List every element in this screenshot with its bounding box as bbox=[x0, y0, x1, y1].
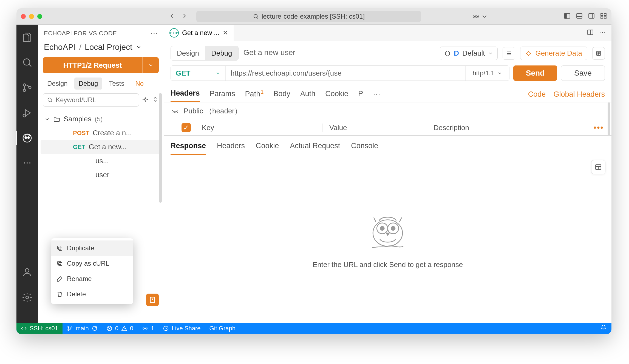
generate-data-button[interactable]: Generate Data bbox=[520, 47, 587, 60]
ctx-rename[interactable]: Rename bbox=[51, 271, 133, 286]
status-branch[interactable]: main bbox=[63, 323, 102, 334]
vscode-window: lecture-code-examples [SSH: cs01] ⋯ bbox=[16, 8, 611, 334]
project-breadcrumb[interactable]: EchoAPI / Local Project bbox=[38, 40, 164, 56]
scrollbar[interactable] bbox=[608, 102, 610, 135]
panel-bottom-icon[interactable] bbox=[576, 12, 583, 21]
help-button[interactable] bbox=[146, 294, 159, 306]
svg-rect-6 bbox=[565, 13, 566, 18]
status-bell[interactable] bbox=[596, 325, 611, 332]
svg-point-40 bbox=[71, 327, 72, 328]
svg-point-20 bbox=[28, 137, 30, 139]
close-tab-icon[interactable]: ✕ bbox=[223, 29, 228, 37]
chevron-down-icon bbox=[497, 71, 502, 76]
tab-notice[interactable]: No bbox=[131, 78, 148, 90]
copy-icon bbox=[56, 260, 63, 267]
copilot-icon[interactable] bbox=[472, 13, 488, 20]
status-remote[interactable]: SSH: cs01 bbox=[16, 323, 63, 334]
resp-tab-response[interactable]: Response bbox=[171, 139, 206, 155]
account-icon[interactable] bbox=[22, 267, 33, 279]
status-problems[interactable]: 0 0 bbox=[102, 323, 138, 334]
panel-left-icon[interactable] bbox=[564, 12, 571, 21]
context-menu: Duplicate Copy as cURL Rename Delete bbox=[51, 238, 133, 304]
nav-forward-icon[interactable] bbox=[181, 12, 188, 21]
url-input[interactable]: https://rest.echoapi.com/users/{use bbox=[226, 66, 465, 81]
resp-tab-headers[interactable]: Headers bbox=[217, 139, 245, 155]
new-request-button[interactable]: HTTP1/2 Request bbox=[43, 57, 142, 73]
code-link[interactable]: Code bbox=[528, 90, 546, 99]
request-item[interactable]: user bbox=[41, 168, 161, 182]
seg-debug[interactable]: Debug bbox=[205, 46, 238, 60]
close-window[interactable] bbox=[21, 14, 26, 19]
public-header-toggle[interactable]: Public （header） bbox=[164, 102, 611, 120]
svg-point-15 bbox=[23, 89, 25, 91]
ctx-copy-curl[interactable]: Copy as cURL bbox=[51, 256, 133, 271]
send-button[interactable]: Send bbox=[513, 65, 557, 81]
tab-pre[interactable]: P bbox=[358, 87, 363, 102]
tab-debug[interactable]: Debug bbox=[74, 78, 103, 90]
nav-back-icon[interactable] bbox=[168, 12, 175, 21]
tabs-overflow-icon[interactable]: ⋯ bbox=[373, 90, 380, 99]
save-button[interactable]: Save bbox=[561, 65, 605, 81]
protocol-select[interactable]: http/1.1 bbox=[465, 66, 509, 81]
response-layout-button[interactable] bbox=[591, 160, 605, 174]
chevron-down-icon bbox=[216, 71, 220, 76]
request-item[interactable]: us... bbox=[41, 154, 161, 168]
chevron-down-icon bbox=[136, 44, 142, 50]
tab-params[interactable]: Params bbox=[210, 87, 235, 102]
environment-select[interactable]: D Default bbox=[440, 47, 498, 60]
tab-cookie[interactable]: Cookie bbox=[325, 87, 348, 102]
env-menu-button[interactable] bbox=[503, 47, 515, 60]
request-item[interactable]: POST Create a n... bbox=[41, 126, 161, 140]
ctx-delete[interactable]: Delete bbox=[51, 286, 133, 302]
request-item-selected[interactable]: GET Get a new... bbox=[41, 140, 161, 154]
request-tree: Samples (5) POST Create a n... GET Get a… bbox=[38, 109, 164, 185]
status-git-graph[interactable]: Git Graph bbox=[205, 323, 240, 334]
tab-body[interactable]: Body bbox=[273, 87, 290, 102]
window-controls bbox=[21, 14, 42, 19]
sidebar-more-icon[interactable]: ⋯ bbox=[151, 29, 158, 38]
resp-tab-cookie[interactable]: Cookie bbox=[256, 139, 279, 155]
status-live-share[interactable]: Live Share bbox=[158, 323, 205, 334]
tab-auth[interactable]: Auth bbox=[300, 87, 316, 102]
columns-more-icon[interactable]: ••• bbox=[593, 123, 604, 132]
editor-more-icon[interactable]: ⋯ bbox=[599, 28, 606, 37]
generate-data-settings[interactable] bbox=[592, 47, 605, 60]
minimize-window[interactable] bbox=[29, 14, 34, 19]
new-request-dropdown[interactable] bbox=[142, 57, 159, 73]
editor-tab[interactable]: HTTP Get a new ... ✕ bbox=[164, 25, 234, 41]
global-headers-link[interactable]: Global Headers bbox=[553, 90, 605, 99]
tab-tests[interactable]: Tests bbox=[104, 78, 129, 90]
split-editor-icon[interactable] bbox=[587, 29, 594, 37]
debug-icon[interactable] bbox=[22, 107, 33, 119]
scrollbar[interactable] bbox=[159, 93, 162, 203]
command-center[interactable]: lecture-code-examples [SSH: cs01] bbox=[196, 11, 421, 22]
tab-headers[interactable]: Headers bbox=[171, 86, 200, 102]
sidebar-search[interactable]: Keyword/URL bbox=[43, 93, 139, 107]
sort-icon[interactable] bbox=[152, 96, 159, 104]
request-name-input[interactable]: Get a new user bbox=[243, 48, 296, 58]
remote-icon bbox=[21, 325, 27, 331]
select-all-checkbox[interactable]: ✓ bbox=[182, 123, 191, 132]
sync-icon[interactable] bbox=[92, 325, 98, 331]
source-control-icon[interactable] bbox=[22, 82, 33, 94]
seg-design[interactable]: Design bbox=[171, 46, 205, 60]
method-select[interactable]: GET bbox=[171, 66, 226, 81]
search-icon[interactable] bbox=[22, 57, 33, 69]
echoapi-icon[interactable] bbox=[22, 133, 33, 145]
panel-right-icon[interactable] bbox=[588, 12, 595, 21]
locate-icon[interactable] bbox=[142, 96, 149, 104]
zoom-window[interactable] bbox=[37, 14, 42, 19]
resp-tab-actual[interactable]: Actual Request bbox=[290, 139, 340, 155]
status-ports[interactable]: 1 bbox=[138, 323, 158, 334]
tab-design[interactable]: Design bbox=[43, 78, 72, 90]
folder-samples[interactable]: Samples (5) bbox=[41, 112, 161, 126]
settings-gear-icon[interactable] bbox=[22, 292, 33, 304]
ctx-duplicate[interactable]: Duplicate bbox=[51, 240, 133, 256]
tab-path[interactable]: Path1 bbox=[245, 87, 264, 102]
bell-icon bbox=[600, 325, 607, 331]
layout-icon[interactable] bbox=[600, 12, 607, 21]
resp-tab-console[interactable]: Console bbox=[351, 139, 378, 155]
warning-icon bbox=[121, 325, 127, 331]
explorer-icon[interactable] bbox=[22, 32, 33, 44]
more-icon[interactable]: ⋯ bbox=[23, 158, 31, 167]
